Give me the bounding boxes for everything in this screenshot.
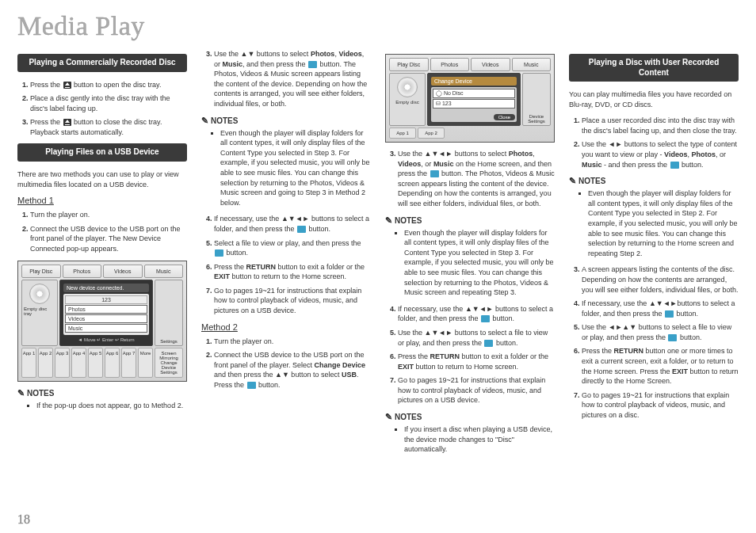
text: Use the ▲▼◄► buttons to select bbox=[398, 150, 509, 158]
fig-app: App 1 bbox=[389, 128, 416, 139]
step: Use the ◄►▲▼ buttons to select a file to… bbox=[582, 322, 739, 342]
enter-icon bbox=[484, 340, 493, 347]
text: Press the bbox=[30, 118, 63, 126]
fig-app-strip: App 1 App 2 bbox=[389, 128, 551, 139]
text: No Disc bbox=[444, 90, 464, 96]
step: Press the RETURN button to exit a folder… bbox=[214, 262, 371, 282]
text: and then press the ▲▼ button to select bbox=[214, 371, 342, 379]
fig-popup: Change Device ◯ No Disc ⛁ 123 Close bbox=[427, 73, 521, 126]
step: Press the RETURN button to exit a folder… bbox=[398, 352, 555, 371]
hand-icon: ✎ bbox=[385, 412, 392, 421]
text: - and then press the bbox=[602, 161, 670, 169]
enter-icon bbox=[481, 315, 490, 322]
text: button. bbox=[680, 161, 704, 169]
fig-app: Screen Mirroring Change Device Settings bbox=[155, 348, 183, 378]
fig-row: 123 bbox=[65, 295, 147, 304]
text: Use the ▲▼ buttons to select bbox=[214, 50, 311, 58]
enter-icon bbox=[297, 226, 306, 233]
fig-app-strip: App 1 App 2 App 3 App 4 App 5 App 6 App … bbox=[21, 348, 183, 378]
text: button. bbox=[307, 225, 330, 233]
hand-icon: ✎ bbox=[17, 388, 25, 398]
text: Select a file to view or play, and then … bbox=[214, 239, 361, 247]
enter-icon bbox=[430, 170, 439, 177]
text: , and then press the bbox=[242, 60, 307, 68]
fig-tab: Play Disc bbox=[21, 265, 61, 278]
step: Turn the player on. bbox=[214, 337, 371, 347]
text: , bbox=[533, 150, 535, 158]
fig-tab: Music bbox=[144, 265, 184, 278]
fig-app: App 4 bbox=[71, 348, 86, 378]
hand-icon: ✎ bbox=[201, 116, 208, 125]
fig-app: App 7 bbox=[121, 348, 136, 378]
fig-app: App 1 bbox=[21, 348, 36, 378]
text: Music bbox=[223, 60, 243, 68]
steps-method-1: Turn the player on. Connect the USB devi… bbox=[17, 210, 187, 253]
text: Photos bbox=[509, 150, 533, 158]
note-item: Even though the player will display fold… bbox=[588, 188, 739, 258]
fig-tab: Videos bbox=[471, 58, 510, 71]
fig-tab: Videos bbox=[103, 265, 143, 278]
steps-col3-b: If necessary, use the ▲▼◄► buttons to se… bbox=[385, 304, 555, 405]
text: button to open the disc tray. bbox=[72, 81, 162, 89]
text: Photos bbox=[311, 50, 335, 58]
page-title: Media Play bbox=[17, 11, 739, 41]
fig-app: App 3 bbox=[55, 348, 70, 378]
fig-disc-box: Empty disc bbox=[389, 73, 426, 126]
section-bar-usb: Playing Files on a USB Device bbox=[17, 143, 187, 162]
enter-icon bbox=[247, 382, 256, 389]
eject-icon bbox=[63, 82, 71, 89]
enter-icon bbox=[670, 162, 679, 169]
text: button. bbox=[491, 314, 514, 322]
enter-icon bbox=[215, 249, 223, 257]
enter-icon bbox=[668, 334, 677, 341]
text: Use the ◄►▲▼ buttons to select a file to… bbox=[582, 323, 731, 341]
step: A screen appears listing the contents of… bbox=[582, 265, 739, 295]
step: Place a user recorded disc into the disc… bbox=[582, 116, 739, 135]
method-2-heading: Method 2 bbox=[201, 322, 371, 332]
notes-list: Even though the player will display fold… bbox=[201, 128, 371, 208]
text: NOTES bbox=[395, 413, 422, 421]
intro-text: There are two methods you can use to pla… bbox=[17, 169, 187, 189]
text: NOTES bbox=[578, 177, 605, 185]
step: Use the ▲▼ buttons to select Photos, Vid… bbox=[214, 49, 371, 109]
notes-heading: ✎NOTES bbox=[17, 388, 187, 398]
step: Press the RETURN button one or more time… bbox=[582, 346, 739, 386]
notes-heading: ✎NOTES bbox=[385, 215, 555, 226]
fig-tab: Photos bbox=[430, 58, 470, 71]
fig-label: Empty disc tray bbox=[24, 306, 55, 316]
step: If necessary, use the ▲▼◄►buttons to sel… bbox=[582, 299, 739, 318]
enter-icon bbox=[665, 310, 674, 318]
steps-col3: Use the ▲▼◄► buttons to select Photos, V… bbox=[385, 149, 555, 209]
text: If necessary, use the ▲▼◄► buttons to se… bbox=[398, 305, 553, 323]
figure-change-device: Play Disc Photos Videos Music Empty disc… bbox=[385, 54, 555, 143]
note-item: Even though the player will display fold… bbox=[404, 228, 555, 298]
step: Go to pages 19~21 for instructions that … bbox=[582, 390, 739, 421]
text: If necessary, use the ▲▼◄►buttons to sel… bbox=[582, 299, 735, 318]
column-3: Play Disc Photos Videos Music Empty disc… bbox=[385, 49, 555, 461]
eject-icon bbox=[63, 119, 71, 126]
enter-icon bbox=[308, 61, 317, 68]
fig-tab: Play Disc bbox=[389, 58, 429, 71]
text: , or bbox=[421, 160, 433, 168]
fig-settings: Settings bbox=[155, 280, 183, 346]
hand-icon: ✎ bbox=[569, 176, 576, 185]
hand-icon: ✎ bbox=[385, 215, 392, 225]
section-bar-user-disc: Playing a Disc with User Recorded Conten… bbox=[569, 54, 739, 82]
step: Connect the USB device to the USB port o… bbox=[30, 224, 187, 254]
fig-app: App 2 bbox=[38, 348, 53, 378]
steps-user-disc-b: A screen appears listing the contents of… bbox=[569, 265, 739, 420]
text: NOTES bbox=[27, 389, 54, 398]
fig-settings: Device Settings bbox=[522, 73, 551, 126]
note-item: If the pop-up does not appear, go to Met… bbox=[36, 401, 187, 411]
fig-close: Close bbox=[494, 114, 515, 120]
fig-disc-box: Empty disc tray bbox=[21, 280, 58, 346]
step: If necessary, use the ▲▼◄► buttons to se… bbox=[214, 214, 371, 234]
step: Press the button to close the disc tray.… bbox=[30, 117, 187, 137]
fig-tab: Music bbox=[512, 58, 552, 71]
text: Music bbox=[582, 161, 602, 169]
fig-row: ⛁ 123 bbox=[433, 99, 515, 109]
text: button. bbox=[674, 310, 698, 318]
fig-label: Empty disc bbox=[395, 100, 418, 105]
steps-commercial-disc: Press the button to open the disc tray. … bbox=[17, 80, 187, 138]
text: Change Device bbox=[315, 361, 366, 369]
